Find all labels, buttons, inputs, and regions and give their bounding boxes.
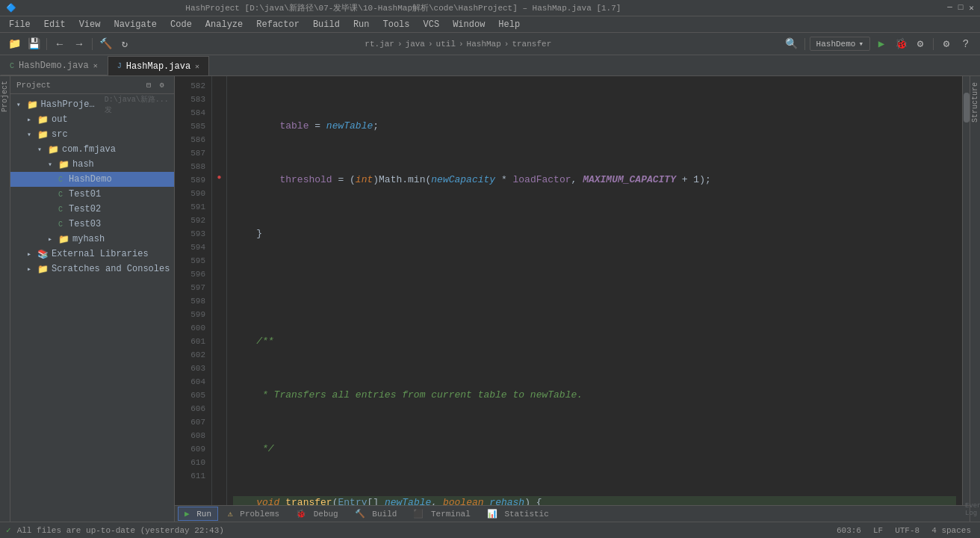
bottom-tab-debug[interactable]: 🐞 Debug [289,507,345,521]
back-button[interactable]: ← [52,36,68,52]
coverage-button[interactable]: ⚙ [912,36,928,52]
bottom-toolbar: ▶ Run ⚠ Problems 🐞 Debug 🔨 Build ⬛ T [175,505,970,522]
run-button[interactable]: ▶ [873,36,890,52]
hashdemo-label: HashDemo [69,174,112,185]
test02-icon: C [55,205,66,214]
gutter-607 [212,412,226,426]
close-btn[interactable]: ✕ [969,3,974,13]
menu-analyze[interactable]: Analyze [199,18,249,31]
com-label: com.fmjava [62,144,116,155]
tree-item-myhash[interactable]: ▸ 📁 myhash [10,232,174,247]
ln-599: 599 [178,308,205,321]
debug-button[interactable]: 🐞 [893,36,909,52]
menu-file[interactable]: File [3,18,37,31]
right-scrollbar[interactable] [962,76,970,505]
bottom-tab-build[interactable]: 🔨 Build [348,507,404,521]
gutter-589[interactable]: ● [212,170,226,184]
gutter-582 [212,76,226,90]
tree-item-test01[interactable]: C Test01 [10,187,174,202]
run-config-label: HashDemo [816,40,856,49]
menu-window[interactable]: Window [447,18,491,31]
expand-icon-com: ▾ [34,145,45,154]
gutter-588 [212,157,226,170]
settings-button[interactable]: ⚙ [938,36,955,52]
gutter-585 [212,117,226,130]
menu-edit[interactable]: Edit [38,18,72,31]
tree-item-test02[interactable]: C Test02 [10,202,174,217]
tree-item-hashproject[interactable]: ▾ 📁 HashProject D:\java\新路...发 [10,97,174,112]
forward-button[interactable]: → [71,36,87,52]
status-indent[interactable]: 4 spaces [928,526,974,535]
menu-bar: File Edit View Navigate Code Analyze Ref… [0,16,980,33]
bottom-tab-problems[interactable]: ⚠ Problems [221,507,286,521]
status-encoding[interactable]: UTF-8 [892,526,922,535]
tab-hashmap-close[interactable]: ✕ [195,62,199,71]
code-editor[interactable]: table = newTable; threshold = (int)Math.… [227,76,962,505]
breadcrumb-hashmap[interactable]: HashMap [467,40,501,49]
menu-help[interactable]: Help [492,18,526,31]
tree-item-hashdemo[interactable]: C HashDemo [10,172,174,187]
sync-button[interactable]: ↻ [117,36,133,52]
bottom-tab-statistic[interactable]: 📊 Statistic [480,507,556,521]
left-tab-project[interactable]: Project [0,76,10,117]
gutter-599 [212,305,226,318]
maximize-btn[interactable]: □ [958,3,964,13]
ln-600: 600 [178,321,205,335]
out-folder-icon: 📁 [37,114,49,126]
menu-build[interactable]: Build [307,18,346,31]
menu-view[interactable]: View [73,18,107,31]
settings-icon[interactable]: ⚙ [156,79,168,91]
tree-item-hash[interactable]: ▾ 📁 hash [10,157,174,172]
menu-run[interactable]: Run [347,18,376,31]
code-line-585 [233,281,956,294]
event-log-btn[interactable]: Event Log [964,501,980,519]
ln-608: 608 [178,429,205,442]
breadcrumb-java[interactable]: java [406,40,425,49]
tree-item-src[interactable]: ▾ 📁 src [10,127,174,142]
ln-583: 583 [178,93,205,106]
open-button[interactable]: 📁 [6,36,22,52]
main-content: Project Project ⊟ ⚙ ▾ 📁 HashProject D:\j… [0,76,980,522]
tab-hashdemo-close[interactable]: ✕ [93,61,98,70]
menu-code[interactable]: Code [164,18,198,31]
status-lf[interactable]: LF [870,526,886,535]
bottom-tab-terminal[interactable]: ⬛ Terminal [406,507,477,521]
ln-585: 585 [178,120,205,133]
tree-item-test03[interactable]: C Test03 [10,217,174,232]
search-button[interactable]: 🔍 [784,36,800,52]
project-path: D:\java\新路...发 [105,94,174,115]
minimize-btn[interactable]: ─ [947,3,952,13]
tree-item-external[interactable]: ▸ 📚 External Libraries [10,247,174,262]
sidebar-title: Project [16,81,51,90]
bottom-tab-debug-label: Debug [314,510,338,519]
gutter-591 [212,197,226,211]
collapse-all-button[interactable]: ⊟ [143,79,155,91]
menu-refactor[interactable]: Refactor [250,18,306,31]
myhash-label: myhash [72,234,105,244]
tree-item-scratches[interactable]: ▸ 📁 Scratches and Consoles [10,262,174,276]
breadcrumb-rt[interactable]: rt.jar [365,40,394,49]
menu-navigate[interactable]: Navigate [108,18,163,31]
scrollbar-thumb[interactable] [964,93,970,123]
status-position[interactable]: 603:6 [834,526,864,535]
ln-605: 605 [178,389,205,402]
scratches-label: Scratches and Consoles [52,264,170,274]
build-button[interactable]: 🔨 [97,36,114,52]
tab-hashmap[interactable]: J HashMap.java ✕ [108,56,209,75]
save-button[interactable]: 💾 [25,36,42,52]
myhash-folder-icon: 📁 [58,234,69,245]
gutter-596 [212,265,226,278]
code-line-589: void transfer(Entry[] newTable, boolean … [233,496,956,505]
menu-tools[interactable]: Tools [377,18,416,31]
tab-hashdemo[interactable]: C HashDemo.java ✕ [0,56,108,75]
breadcrumb-util[interactable]: util [436,40,456,49]
help-icon[interactable]: ? [958,36,974,52]
gutter-587 [212,143,226,157]
breadcrumb-transfer[interactable]: transfer [512,40,551,49]
tree-item-comfmjava[interactable]: ▾ 📁 com.fmjava [10,142,174,157]
bottom-tab-run[interactable]: ▶ Run [178,507,218,521]
right-tab-structure[interactable]: Structure [970,79,980,126]
run-config-selector[interactable]: HashDemo ▾ [810,37,870,51]
menu-vcs[interactable]: VCS [418,18,446,31]
bottom-tab-build-label: Build [372,510,397,519]
